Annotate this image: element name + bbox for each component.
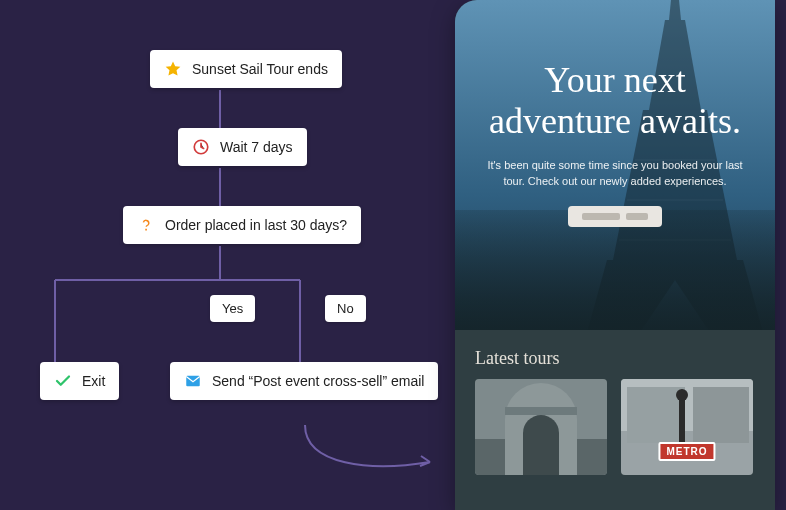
email-headline: Your next adventure awaits. bbox=[479, 60, 751, 143]
tour-card[interactable]: METRO bbox=[621, 379, 753, 475]
flow-node-label: Exit bbox=[82, 373, 105, 389]
email-subcopy: It's been quite some time since you book… bbox=[479, 157, 751, 190]
branch-chip-yes: Yes bbox=[210, 295, 255, 322]
flow-node-exit[interactable]: Exit bbox=[40, 362, 119, 400]
flow-node-label: Sunset Sail Tour ends bbox=[192, 61, 328, 77]
email-preview: Your next adventure awaits. It's been qu… bbox=[455, 0, 775, 510]
branch-chip-no: No bbox=[325, 295, 366, 322]
flow-node-label: Wait 7 days bbox=[220, 139, 293, 155]
branch-label: Yes bbox=[222, 301, 243, 316]
clock-icon bbox=[192, 138, 210, 156]
svg-rect-14 bbox=[505, 407, 577, 415]
svg-point-20 bbox=[676, 389, 688, 401]
canvas: Sunset Sail Tour ends Wait 7 days Order … bbox=[0, 0, 786, 510]
hero-buildings bbox=[455, 210, 775, 330]
flow-node-start[interactable]: Sunset Sail Tour ends bbox=[150, 50, 342, 88]
flow-node-label: Order placed in last 30 days? bbox=[165, 217, 347, 233]
cta-placeholder-bar bbox=[626, 213, 648, 220]
flow-node-label: Send “Post event cross-sell” email bbox=[212, 373, 424, 389]
flow-node-action[interactable]: Send “Post event cross-sell” email bbox=[170, 362, 438, 400]
section-title: Latest tours bbox=[475, 348, 755, 369]
check-icon bbox=[54, 372, 72, 390]
question-icon bbox=[137, 216, 155, 234]
cta-placeholder-bar bbox=[582, 213, 620, 220]
arc-de-triomphe-icon bbox=[475, 379, 607, 475]
tour-card[interactable] bbox=[475, 379, 607, 475]
send-arrow bbox=[300, 420, 460, 480]
flow-connectors bbox=[0, 50, 430, 510]
email-cta-button[interactable] bbox=[568, 206, 662, 227]
email-hero: Your next adventure awaits. It's been qu… bbox=[455, 0, 775, 330]
mail-icon bbox=[184, 372, 202, 390]
star-icon bbox=[164, 60, 182, 78]
svg-rect-17 bbox=[693, 387, 749, 443]
tour-grid: METRO bbox=[475, 379, 755, 475]
metro-badge: METRO bbox=[658, 442, 715, 461]
flow-node-condition[interactable]: Order placed in last 30 days? bbox=[123, 206, 361, 244]
email-hero-text: Your next adventure awaits. It's been qu… bbox=[455, 60, 775, 227]
email-lower-section: Latest tours bbox=[455, 330, 775, 475]
branch-label: No bbox=[337, 301, 354, 316]
flow-node-wait[interactable]: Wait 7 days bbox=[178, 128, 307, 166]
